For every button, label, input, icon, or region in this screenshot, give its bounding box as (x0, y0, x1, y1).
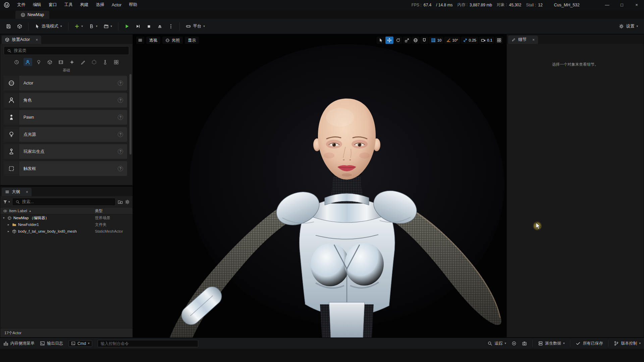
expand-icon[interactable]: ▸ (8, 223, 12, 226)
branch-icon (614, 341, 619, 346)
menu-help[interactable]: 帮助 (125, 0, 141, 10)
place-actors-search[interactable] (4, 46, 129, 55)
show-flags-dropdown[interactable]: 显示 (185, 37, 199, 44)
perspective-dropdown[interactable]: 透视 (146, 37, 160, 44)
menu-build[interactable]: 构建 (76, 0, 92, 10)
maximize-button[interactable]: □ (614, 0, 629, 10)
category-geometry[interactable] (79, 58, 88, 66)
list-item-trigger-box[interactable]: 触发框 ? (4, 161, 127, 176)
eject-button[interactable] (155, 21, 165, 32)
close-icon[interactable]: × (532, 38, 535, 42)
output-log-button[interactable]: 输出日志 (40, 341, 63, 346)
insights-button[interactable] (512, 341, 517, 346)
help-icon[interactable]: ? (118, 98, 123, 103)
viewport-3d[interactable]: 透视 光照 显示 10 10° (133, 34, 506, 338)
category-lights[interactable] (35, 58, 43, 66)
stop-button[interactable] (144, 21, 154, 32)
outliner-settings-button[interactable] (125, 199, 130, 204)
category-all-classes[interactable] (112, 58, 121, 66)
scale-snap-icon (463, 38, 468, 43)
settings-dropdown[interactable]: 设置 ▾ (616, 21, 641, 32)
select-tool-button[interactable] (377, 37, 385, 44)
tab-newmap[interactable]: NewMap (15, 11, 49, 19)
content-drawer-button[interactable]: 内容侧滑菜单 (3, 341, 35, 346)
minimize-button[interactable]: — (600, 0, 614, 10)
close-icon[interactable]: × (36, 38, 38, 42)
close-button[interactable]: × (629, 0, 644, 10)
console-command-input[interactable] (98, 340, 198, 347)
asset-tab-bar: NewMap (0, 10, 644, 19)
outliner-row-newfolder1[interactable]: ▸ NewFolder1 文件夹 (0, 221, 132, 228)
frame-skip-button[interactable] (133, 21, 143, 32)
help-icon[interactable]: ? (118, 132, 123, 137)
outliner-row-newmap[interactable]: ▾ NewMap （编辑器） 世界场景 (0, 215, 132, 221)
quick-add-dropdown[interactable]: ▾ (72, 21, 86, 32)
place-actors-tab[interactable]: 放置Actor × (2, 36, 41, 44)
maximize-viewport-button[interactable] (495, 37, 503, 44)
list-item-actor[interactable]: Actor ? (4, 76, 127, 90)
move-tool-button[interactable] (385, 37, 393, 44)
outliner-tab[interactable]: 大纲 × (2, 188, 32, 196)
outliner-search-input[interactable] (22, 199, 112, 204)
column-header-type[interactable]: 类型 (95, 208, 130, 214)
scale-snap-control[interactable]: 0.25 (461, 37, 478, 44)
add-folder-button[interactable] (118, 199, 123, 204)
derived-data-dropdown[interactable]: 派生数据 ▾ (538, 341, 565, 346)
menu-file[interactable]: 文件 (13, 0, 29, 10)
scrollbar[interactable] (129, 74, 131, 155)
outliner-search[interactable] (12, 198, 116, 206)
trace-dropdown[interactable]: 追踪 ▾ (487, 341, 506, 346)
category-recent[interactable] (12, 58, 21, 66)
menu-actor[interactable]: Actor (108, 0, 125, 10)
category-visual-effects[interactable] (68, 58, 76, 66)
cinematics-dropdown[interactable]: ▾ (101, 21, 115, 32)
collapse-icon[interactable]: ▾ (3, 216, 7, 220)
rotation-snap-control[interactable]: 10° (444, 37, 460, 44)
menu-select[interactable]: 选择 (92, 0, 108, 10)
list-item-pawn[interactable]: Pawn ? (4, 110, 127, 125)
surface-snap-button[interactable] (420, 37, 428, 44)
view-mode-dropdown[interactable]: 光照 (162, 37, 183, 44)
expand-icon[interactable]: ▸ (8, 230, 12, 233)
blueprints-dropdown[interactable]: ▾ (86, 21, 100, 32)
help-icon[interactable]: ? (118, 149, 123, 154)
help-icon[interactable]: ? (118, 166, 123, 171)
category-basic[interactable] (23, 58, 32, 66)
search-classes-input[interactable] (14, 48, 126, 53)
folder-icon (12, 223, 16, 227)
category-volumes[interactable] (90, 58, 99, 66)
scale-tool-button[interactable] (403, 37, 411, 44)
viewport-options-button[interactable] (136, 37, 144, 44)
grid-snap-control[interactable]: 10 (429, 37, 443, 44)
platforms-dropdown[interactable]: 平台 ▾ (183, 21, 208, 32)
outliner-row-body-mesh[interactable]: ▸ body_f_tal_unw_body_lod0_mesh StaticMe… (0, 228, 132, 235)
camera-speed-control[interactable]: 0.1 (479, 37, 494, 44)
close-icon[interactable]: × (26, 190, 28, 194)
list-item-point-light[interactable]: 点光源 ? (4, 127, 127, 142)
list-item-character[interactable]: 角色 ? (4, 93, 127, 108)
all-saved-button[interactable]: 所有已保存 (576, 341, 603, 346)
category-cinematic[interactable] (57, 58, 65, 66)
details-tab[interactable]: 细节 × (508, 36, 538, 44)
editor-mode-dropdown[interactable]: 选项模式 ▾ (32, 21, 65, 32)
category-testing[interactable] (101, 58, 110, 66)
play-options-button[interactable] (166, 21, 176, 32)
menu-window[interactable]: 窗口 (45, 0, 61, 10)
cmd-dropdown[interactable]: Cmd ▾ (68, 340, 92, 347)
category-shapes[interactable] (46, 58, 54, 66)
help-icon[interactable]: ? (118, 80, 123, 86)
help-icon[interactable]: ? (118, 115, 123, 120)
world-coordinate-button[interactable] (412, 37, 420, 44)
play-button[interactable] (122, 21, 132, 32)
menu-tools[interactable]: 工具 (61, 0, 76, 10)
rotate-icon (396, 38, 400, 43)
screenshot-button[interactable] (522, 341, 527, 346)
list-item-player-start[interactable]: 玩家出生点 ? (4, 144, 127, 159)
browse-content-button[interactable] (14, 21, 25, 32)
filter-dropdown[interactable]: ▾ (3, 200, 10, 204)
menu-edit[interactable]: 编辑 (29, 0, 45, 10)
revision-control-dropdown[interactable]: 版本控制 ▾ (614, 341, 641, 346)
column-header-item-label[interactable]: Item Label ▲ (3, 209, 95, 213)
rotate-tool-button[interactable] (394, 37, 402, 44)
save-button[interactable] (3, 21, 14, 32)
